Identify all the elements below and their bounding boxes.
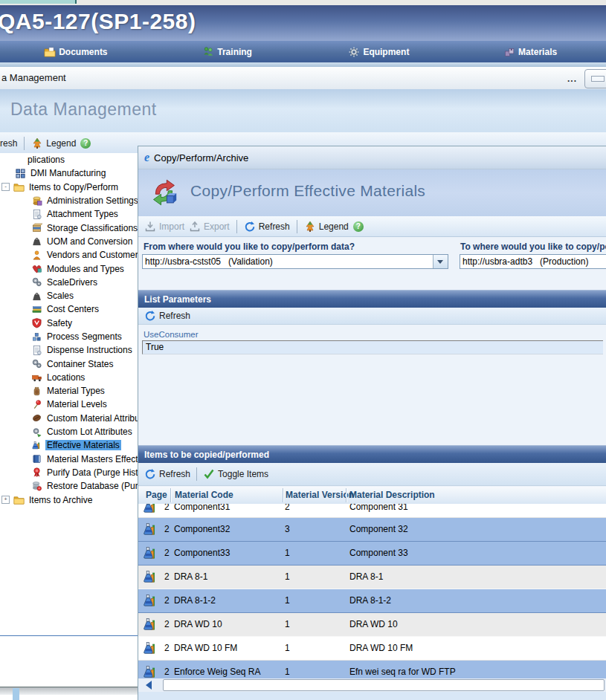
tree-item[interactable]: - Items to Copy/Perform <box>0 181 141 194</box>
nav-item[interactable]: Equipment <box>303 41 455 62</box>
items-section-header: Items to be copied/performed <box>138 445 606 463</box>
tree-item[interactable]: Custom Lot Attributes <box>0 425 141 438</box>
legend-icon <box>304 221 316 233</box>
cubes-icon <box>31 331 42 343</box>
flask-icon <box>142 616 159 633</box>
tree-expander[interactable]: - <box>1 183 10 191</box>
cell-material-version: 1 <box>285 565 290 589</box>
flask-icon <box>142 568 159 586</box>
tree-item[interactable]: Cost Centers <box>0 302 141 316</box>
to-label: To where would you like to copy/pe <box>460 242 606 252</box>
tree-item[interactable]: Dispense Instructions <box>0 343 141 357</box>
tree-item[interactable]: Custom Material Attributes <box>0 412 141 425</box>
nav-item[interactable]: Materials <box>454 41 606 62</box>
copy-perform-icon <box>150 178 178 207</box>
tree-item[interactable]: Modules and Types <box>0 262 141 275</box>
gear-icon <box>348 46 360 58</box>
scroll-left-arrow-icon[interactable] <box>146 681 152 690</box>
export-button[interactable]: Export <box>189 221 230 233</box>
mdi-window-titlebar: a Management ... <box>0 67 606 90</box>
help-icon[interactable]: ? <box>80 138 91 149</box>
items-toolbar: Refresh Toggle Items <box>138 463 606 486</box>
tree-item[interactable]: Restore Database (Purge All <box>0 479 141 493</box>
column-header-material-version[interactable]: Material Version <box>286 490 354 500</box>
from-server-dropdown[interactable]: http://usbra-cstst05 (Validation) <box>142 254 448 269</box>
tree-item[interactable]: Process Segments <box>0 330 141 343</box>
tree-item[interactable]: Material Types <box>0 384 141 398</box>
table-row[interactable]: 2 Component33 1 Component 33 <box>138 542 606 565</box>
use-consumer-label: UseConsumer <box>144 330 199 339</box>
tree-item[interactable]: Effective Materials <box>0 438 141 452</box>
scrollbar-thumb[interactable] <box>163 679 605 691</box>
refresh-button-clipped[interactable]: resh <box>0 138 17 149</box>
tree-item[interactable]: Attachment Types <box>0 207 141 221</box>
list-parameters-header: List Parameters <box>138 290 606 308</box>
docsfolder-icon <box>44 46 56 58</box>
restore-window-button[interactable] <box>584 69 606 88</box>
tree-panel-bottom-border <box>0 635 138 636</box>
matbox-icon <box>503 46 515 58</box>
tree-item[interactable]: Purify Data (Purge History a <box>0 466 141 479</box>
cell-material-description: DRA 8-1 <box>349 565 383 589</box>
use-consumer-input[interactable]: True <box>142 340 603 354</box>
shield-icon <box>31 317 42 328</box>
tree-item[interactable]: ScaleDrivers <box>0 276 141 289</box>
legend-button[interactable]: Legend <box>31 137 76 149</box>
tree-item[interactable]: Material Masters Effective (A <box>0 453 141 466</box>
table-row[interactable]: 2 Component31 2 Component 31 <box>138 504 606 518</box>
table-row[interactable]: 2 DRA WD 10 1 DRA WD 10 <box>138 613 606 637</box>
tree-item[interactable]: Material Levels <box>0 398 141 411</box>
flask-icon <box>142 545 159 562</box>
tree-expander[interactable]: + <box>1 496 10 504</box>
column-header-material-description[interactable]: Material Description <box>349 490 435 500</box>
list-parameters-toolbar: Refresh <box>138 308 606 325</box>
help-icon[interactable]: ? <box>353 221 364 232</box>
nav-item-label: Documents <box>59 47 107 57</box>
to-server-dropdown[interactable]: http://usbra-adtb3 (Production) <box>460 254 606 269</box>
refresh-button[interactable]: Refresh <box>144 468 190 480</box>
nav-item[interactable]: Training <box>152 41 303 62</box>
tree-item[interactable]: + Items to Archive <box>0 493 141 506</box>
cell-material-description: Component 31 <box>349 504 408 518</box>
import-button[interactable]: Import <box>144 221 184 233</box>
horizontal-scrollbar[interactable] <box>138 678 606 692</box>
tree-item[interactable]: UOM and Conversion <box>0 235 141 248</box>
cell-material-description: DRA WD 10 <box>349 613 398 636</box>
table-row[interactable]: 2 DRA 8-1-2 1 DRA 8-1-2 <box>138 589 606 613</box>
scrollbar-remnant <box>13 688 19 700</box>
refresh-button[interactable]: Refresh <box>144 310 190 322</box>
column-header-page[interactable]: Page <box>146 490 167 500</box>
tree-item[interactable]: plications <box>0 153 141 166</box>
column-header-material-code[interactable]: Material Code <box>175 490 233 500</box>
tree-item[interactable]: Scales <box>0 289 141 302</box>
refresh-button[interactable]: Refresh <box>244 221 290 233</box>
table-row[interactable]: 2 DRA 8-1 1 DRA 8-1 <box>138 565 606 589</box>
table-row[interactable]: 2 Component32 3 Component 32 <box>138 518 606 542</box>
nav-item[interactable]: Documents <box>0 41 152 62</box>
legend-button[interactable]: Legend <box>304 221 349 233</box>
ie-icon: e <box>144 152 149 163</box>
column-separator[interactable] <box>170 488 171 502</box>
db-icon <box>31 195 42 207</box>
tree-item-label: Items to Archive <box>28 495 94 505</box>
tree-item[interactable]: DMI Manufacturing <box>0 166 141 180</box>
column-separator[interactable] <box>346 488 346 502</box>
tree-item[interactable]: Vendors and Customers <box>0 248 141 262</box>
dialog-titlebar[interactable]: e Copy/Perform/Archive <box>138 146 606 169</box>
materials-table: 2 Component31 2 Component 31 2 Component… <box>138 504 606 684</box>
from-label: From where would you like to copy/perfor… <box>144 242 355 252</box>
tree-item[interactable]: Storage Classifications <box>0 221 141 234</box>
tree-item[interactable]: Locations <box>0 371 141 384</box>
tree-item-label: DMI Manufacturing <box>29 168 107 178</box>
dialog-toolbar: Import Export Refresh Legend ? <box>138 216 606 237</box>
dropdown-chevron-icon[interactable] <box>433 255 448 268</box>
folder-icon <box>13 494 25 505</box>
tree-item[interactable]: Administration Settings <box>0 194 141 207</box>
tree-item[interactable]: Container States <box>0 357 141 370</box>
toggle-items-button[interactable]: Toggle Items <box>203 468 268 480</box>
dbribbon-icon <box>31 481 42 492</box>
tree-item[interactable]: Safety <box>0 317 141 330</box>
cell-material-code: DRA WD 10 FM <box>174 637 237 660</box>
table-row[interactable]: 2 DRA WD 10 FM 1 DRA WD 10 FM <box>138 637 606 661</box>
column-separator[interactable] <box>283 488 283 502</box>
